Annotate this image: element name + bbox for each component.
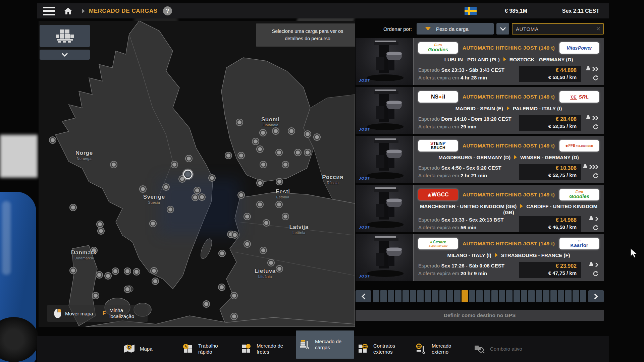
route-arrow-icon	[520, 204, 523, 208]
cargo-card-body: EuroGoodies AUTOMATIC HITCHING JOST (149…	[414, 38, 604, 85]
route-arrow-icon	[495, 253, 498, 257]
city-dot	[244, 214, 250, 220]
prev-page-button[interactable]	[356, 290, 371, 302]
move-map-control: Mover mapa	[54, 308, 93, 318]
urgency-icon	[595, 217, 598, 221]
price-box: € 28.408 € 52,25 / km	[519, 115, 581, 131]
convoy-icon	[474, 344, 486, 355]
offer-details: Esperado Sex 4:50 - Sex 6:20 CEST A ofer…	[418, 164, 519, 179]
price-box: € 23.902 € 47,75 / km	[519, 262, 581, 278]
rotation-icon	[593, 75, 598, 82]
quick-job-icon	[182, 344, 194, 355]
page-tick[interactable]	[439, 290, 446, 302]
region-label: РоссияRússia	[322, 174, 343, 185]
shipper-logo: STEIN ◤BRUCH	[418, 140, 458, 152]
city-dot	[295, 149, 301, 156]
page-tick[interactable]	[484, 290, 490, 302]
page-tick[interactable]	[543, 290, 549, 302]
cargo-offer-card[interactable]: JOST NS●il AUTOMATIC HITCHING JOST (149 …	[356, 87, 604, 134]
page-tick[interactable]	[580, 290, 586, 302]
sort-dropdown[interactable]: Peso da carga	[417, 23, 494, 35]
page-tick[interactable]	[402, 290, 409, 302]
cargo-name: AUTOMATIC HITCHING JOST (149 t)	[458, 45, 559, 51]
cargo-offer-card[interactable]: JOST EuroGoodies AUTOMATIC HITCHING JOST…	[356, 38, 604, 85]
page-tick[interactable]	[373, 290, 379, 302]
city-dot	[111, 162, 117, 168]
tab-trabalho-rapido[interactable]: Trabalho rápido	[179, 336, 237, 362]
tab-mapa[interactable]: Mapa	[121, 336, 179, 362]
offer-details: Esperado Sex 13:33 - Sex 20:13 BST A ofe…	[418, 216, 519, 231]
cargo-thumbnail: JOST	[356, 185, 414, 232]
cargo-offer-card[interactable]: JOST ◉ WGCC AUTOMATIC HITCHING JOST (149…	[356, 185, 604, 232]
clear-search-icon[interactable]: ×	[596, 25, 600, 33]
page-tick[interactable]	[454, 290, 461, 302]
tab-mercado-externo[interactable]: Mercado externo	[413, 336, 471, 362]
help-icon[interactable]: ?	[163, 6, 172, 15]
page-tick[interactable]	[432, 290, 438, 302]
world-map[interactable]: NorgeNoruegaSverigeSuéciaSuomiFinlândiaE…	[39, 21, 355, 327]
page-tick[interactable]	[388, 290, 394, 302]
game-time: Sex 2:11 CEST	[562, 8, 609, 14]
my-location-label: Minha localização	[109, 307, 141, 319]
page-tick[interactable]	[573, 290, 579, 302]
map-land-shapes	[39, 21, 355, 327]
city-dot	[97, 221, 103, 227]
region-label: LatvijaLetônia	[289, 224, 308, 235]
route-origin: LUBLIN - POLAND (PL)	[444, 57, 500, 62]
page-tick[interactable]	[410, 290, 416, 302]
receiver-logo: CESRL	[559, 91, 599, 103]
next-page-button[interactable]	[588, 290, 604, 302]
page-tick[interactable]	[417, 290, 424, 302]
tab-comboio-ativo[interactable]: Comboio ativo	[471, 336, 529, 362]
city-dot	[105, 273, 111, 279]
city-dot	[305, 149, 311, 156]
page-tick[interactable]	[499, 290, 505, 302]
page-tick[interactable]	[491, 290, 498, 302]
weight-icon	[586, 66, 591, 72]
offer-price: € 28.408	[524, 116, 577, 122]
cargo-offer-card[interactable]: JOST STEIN ◤BRUCH AUTOMATIC HITCHING JOS…	[356, 136, 604, 183]
sort-dropdown-open-button[interactable]	[496, 23, 509, 35]
cargo-card-body: ◉ WGCC AUTOMATIC HITCHING JOST (149 t) E…	[414, 185, 604, 232]
weight-icon	[589, 216, 594, 222]
route-destination: PALERMO - ITALY (I)	[513, 106, 562, 111]
search-input[interactable]	[513, 26, 596, 32]
page-tick[interactable]	[395, 290, 401, 302]
city-dot	[98, 228, 104, 234]
page-tick[interactable]	[558, 290, 564, 302]
page-tick[interactable]	[469, 290, 475, 302]
page-tick-active[interactable]	[462, 290, 468, 302]
page-tick[interactable]	[550, 290, 557, 302]
page-tick[interactable]	[476, 290, 483, 302]
route-arrow-icon	[507, 106, 509, 110]
page-tick[interactable]	[521, 290, 527, 302]
page-tick[interactable]	[425, 290, 431, 302]
cargo-thumbnail: JOST	[356, 234, 414, 281]
trailer-filter-button[interactable]	[40, 25, 90, 47]
page-tick[interactable]	[380, 290, 387, 302]
route-arrow-icon	[514, 155, 517, 159]
city-dot	[192, 194, 198, 200]
city-dot	[199, 194, 205, 200]
rotation-icon	[593, 271, 598, 278]
tab-contratos-externos[interactable]: Contratos externos	[354, 336, 413, 362]
menu-icon[interactable]	[43, 7, 55, 15]
cargo-offer-card[interactable]: JOST ● CesareSupermercato AUTOMATIC HITC…	[356, 234, 604, 281]
page-tick[interactable]	[565, 290, 572, 302]
rotation-icon	[593, 124, 598, 131]
cargo-name: AUTOMATIC HITCHING JOST (149 t)	[458, 241, 559, 247]
city-dot	[163, 184, 169, 190]
page-tick[interactable]	[528, 290, 535, 302]
tab-mercado-de-fretes[interactable]: Mercado de fretes	[237, 336, 296, 362]
hitch-device-image	[356, 38, 413, 84]
home-icon[interactable]	[64, 7, 72, 15]
tab-mercado-de-cargas[interactable]: Mercado de cargas	[296, 330, 354, 359]
page-tick[interactable]	[447, 290, 453, 302]
collapse-panel-button[interactable]	[40, 50, 90, 60]
page-tick[interactable]	[514, 290, 520, 302]
city-dot	[93, 293, 99, 299]
page-tick[interactable]	[536, 290, 542, 302]
page-tick[interactable]	[506, 290, 513, 302]
set-gps-destination-button[interactable]: Definir como destino no GPS	[356, 310, 604, 321]
offer-price: € 23.902	[524, 263, 577, 269]
